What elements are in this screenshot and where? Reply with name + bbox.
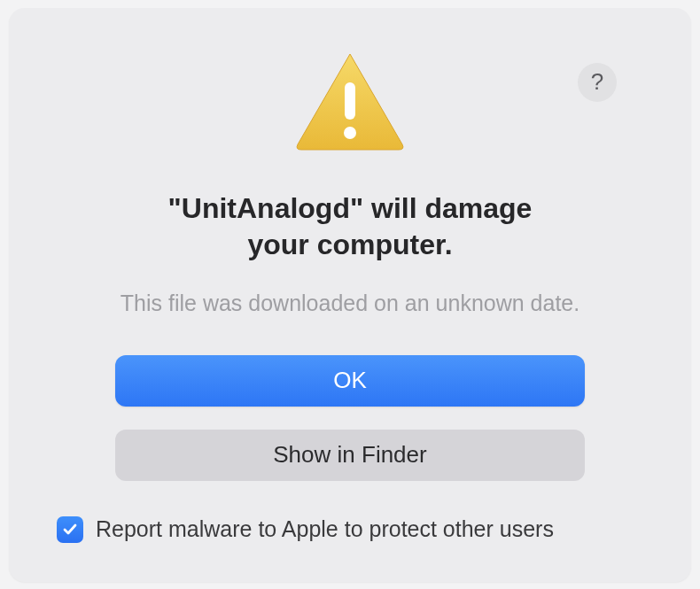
dialog-subtitle: This file was downloaded on an unknown d… — [121, 291, 579, 316]
title-line-1: "UnitAnalogd" will damage — [168, 192, 533, 224]
svg-point-1 — [344, 127, 356, 139]
help-icon: ? — [591, 68, 603, 96]
warning-icon — [292, 49, 408, 159]
checkbox-label: Report malware to Apple to protect other… — [96, 516, 554, 542]
report-checkbox[interactable] — [57, 516, 83, 543]
checkmark-icon — [61, 521, 79, 539]
help-button[interactable]: ? — [578, 63, 617, 102]
ok-button[interactable]: OK — [115, 355, 585, 407]
alert-dialog: ? "UnitAnalogd" will damage your compute… — [9, 8, 691, 582]
dialog-title: "UnitAnalogd" will damage your computer. — [133, 190, 568, 264]
svg-rect-0 — [345, 82, 355, 120]
show-in-finder-button[interactable]: Show in Finder — [115, 430, 585, 481]
title-line-2: your computer. — [247, 229, 452, 260]
dialog-content: ? "UnitAnalogd" will damage your compute… — [51, 36, 649, 550]
report-checkbox-row: Report malware to Apple to protect other… — [57, 516, 554, 543]
